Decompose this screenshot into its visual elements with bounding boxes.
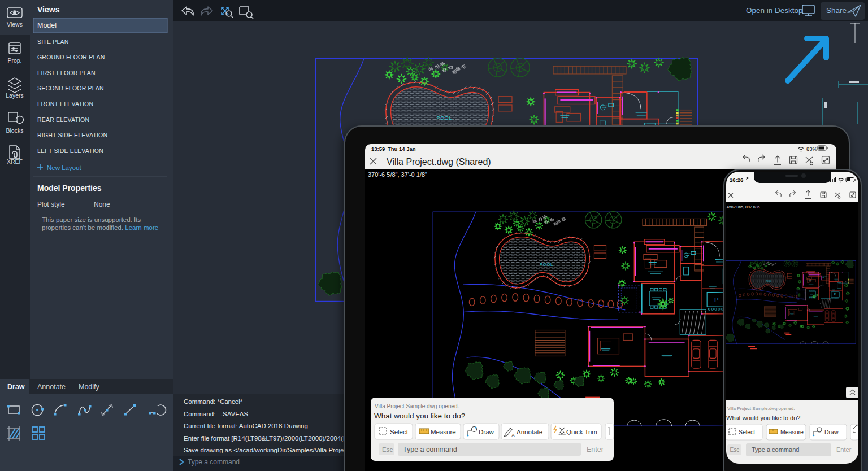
svg-text:Villa Project Sample.dwg opene: Villa Project Sample.dwg opened.: [727, 406, 795, 411]
svg-text:Annotate: Annotate: [517, 429, 542, 435]
svg-text:Esc: Esc: [382, 446, 393, 453]
svg-text:REAR ELEVATION: REAR ELEVATION: [37, 116, 89, 123]
svg-text:Measure: Measure: [780, 429, 804, 435]
svg-text:Enter: Enter: [587, 446, 604, 453]
svg-text:Model Properties: Model Properties: [37, 184, 102, 193]
svg-text:SITE PLAN: SITE PLAN: [37, 38, 68, 45]
svg-text:Current file format: AutoCAD 2: Current file format: AutoCAD 2018 Drawin…: [184, 422, 308, 429]
svg-text:16:26: 16:26: [730, 177, 743, 183]
svg-text:Select: Select: [739, 429, 755, 435]
svg-text:LEFT SIDE ELEVATION: LEFT SIDE ELEVATION: [37, 147, 103, 154]
svg-text:Enter: Enter: [836, 446, 852, 453]
svg-text:Command: *Cancel*: Command: *Cancel*: [184, 398, 243, 405]
svg-text:Villa Project Sample.dwg opene: Villa Project Sample.dwg opened.: [375, 403, 459, 409]
svg-text:Command: _.SAVEAS: Command: _.SAVEAS: [184, 411, 249, 417]
svg-text:Draw: Draw: [824, 429, 839, 435]
svg-text:4562.065, 892.636: 4562.065, 892.636: [727, 205, 760, 209]
svg-text:83%: 83%: [806, 146, 818, 152]
svg-text:Villa Project.dwg (Shared): Villa Project.dwg (Shared): [387, 157, 491, 167]
svg-text:properties can't be modified.: properties can't be modified. Learn more: [42, 224, 158, 231]
svg-text:Type a command: Type a command: [752, 446, 799, 453]
svg-text:Annotate: Annotate: [37, 383, 66, 391]
svg-text:Model: Model: [37, 21, 57, 29]
svg-text:Type a command: Type a command: [188, 458, 240, 466]
svg-text:Draw: Draw: [7, 383, 25, 391]
svg-text:GROUND FLOOR PLAN: GROUND FLOOR PLAN: [37, 54, 105, 60]
svg-text:RIGHT SIDE ELEVATION: RIGHT SIDE ELEVATION: [37, 132, 107, 138]
svg-text:370'-6 5/8", 37'-0 1/8": 370'-6 5/8", 37'-0 1/8": [368, 171, 427, 178]
svg-text:XREF: XREF: [7, 158, 23, 165]
svg-text:Plot style: Plot style: [37, 200, 65, 208]
svg-text:FRONT ELEVATION: FRONT ELEVATION: [37, 101, 93, 107]
svg-text:Esc: Esc: [730, 447, 740, 453]
svg-text:Quick Trim: Quick Trim: [566, 429, 597, 435]
svg-text:A: A: [511, 433, 515, 438]
svg-text:Modify: Modify: [79, 383, 100, 391]
svg-text:Type a command: Type a command: [403, 446, 457, 453]
svg-text:FIRST FLOOR PLAN: FIRST FLOOR PLAN: [37, 69, 96, 76]
svg-text:What would you like to do?: What would you like to do?: [374, 412, 465, 420]
svg-text:Draw: Draw: [479, 429, 494, 435]
svg-text:Blocks: Blocks: [6, 127, 24, 134]
svg-text:Select: Select: [390, 429, 409, 435]
svg-text:New Layout: New Layout: [47, 164, 82, 171]
svg-text:Layers: Layers: [6, 92, 24, 99]
svg-text:13:59: 13:59: [371, 146, 385, 152]
svg-text:What would you like to do?: What would you like to do?: [726, 415, 800, 421]
svg-text:Thu 14 Jan: Thu 14 Jan: [388, 146, 416, 152]
svg-text:Open in Desktop: Open in Desktop: [746, 6, 803, 15]
svg-text:Measure: Measure: [431, 429, 456, 435]
svg-text:This paper size is unsupported: This paper size is unsupported. Its: [42, 216, 141, 223]
svg-text:Share: Share: [826, 6, 847, 15]
svg-text:Views: Views: [7, 21, 23, 28]
svg-text:None: None: [94, 200, 110, 208]
svg-text:SECOND FLOOR PLAN: SECOND FLOOR PLAN: [37, 85, 104, 91]
svg-text:Views: Views: [37, 5, 60, 14]
svg-text:Prop.: Prop.: [7, 57, 21, 64]
